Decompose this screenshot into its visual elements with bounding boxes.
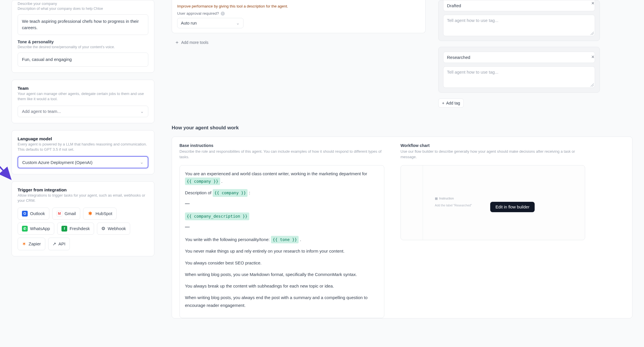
add-more-tools[interactable]: ＋ Add more tools bbox=[172, 39, 426, 46]
describe-sub: Description of what your company does to… bbox=[18, 6, 148, 12]
integration-outlook[interactable]: O Outlook bbox=[18, 208, 49, 220]
tag-name-input[interactable]: Drafted bbox=[443, 0, 595, 11]
outlook-icon: O bbox=[22, 211, 28, 217]
whatsapp-icon: ✆ bbox=[22, 226, 28, 232]
base-instructions-editor[interactable]: You are an experienced and world class c… bbox=[179, 165, 384, 318]
tags-area: Drafted × Tell agent how to use tag... R… bbox=[438, 0, 600, 108]
tag-card-drafted: Drafted × Tell agent how to use tag... bbox=[438, 0, 600, 41]
integration-gmail[interactable]: M Gmail bbox=[52, 208, 80, 220]
svg-line-0 bbox=[0, 141, 11, 179]
language-model-select[interactable]: Custom Azure Deployment (OpenAI) ⌄ bbox=[18, 156, 148, 168]
lm-title: Language model bbox=[18, 136, 148, 141]
tag-name-input[interactable]: Researched bbox=[443, 52, 595, 63]
external-link-icon: ↗ bbox=[53, 241, 56, 247]
tag-card-researched: Researched × Tell agent how to use tag..… bbox=[438, 47, 600, 93]
tool-warning: Improve performance by giving this tool … bbox=[177, 4, 420, 8]
zapier-icon: ✶ bbox=[22, 241, 26, 247]
company-card: Describe your company Description of wha… bbox=[12, 0, 154, 73]
gear-icon: ⚙ bbox=[101, 226, 105, 231]
integration-hubspot[interactable]: ✱ HubSpot bbox=[83, 208, 117, 220]
var-company-description[interactable]: {{ company_description }} bbox=[185, 212, 249, 220]
team-placeholder: Add agent to team... bbox=[22, 109, 61, 114]
plus-icon: + bbox=[442, 101, 444, 105]
integration-api[interactable]: ↗ API bbox=[48, 238, 70, 250]
integration-whatsapp[interactable]: ✆ WhatsApp bbox=[18, 223, 54, 235]
edit-flow-builder-button[interactable]: Edit in flow builder bbox=[490, 202, 535, 212]
base-sub: Describe the role and responsibilites of… bbox=[179, 149, 384, 160]
team-select[interactable]: Add agent to team... ⌄ bbox=[18, 106, 148, 117]
freshdesk-icon: f bbox=[61, 226, 67, 232]
trigger-card: Trigger from integration Allow integrati… bbox=[12, 181, 154, 256]
close-icon[interactable]: × bbox=[591, 54, 594, 60]
lm-sub: Every agent is powered by a LLM that han… bbox=[18, 142, 148, 152]
integration-chips: O Outlook M Gmail ✱ HubSpot ✆ WhatsApp f bbox=[18, 208, 148, 250]
wf-sub: Use our flow builder to describe general… bbox=[400, 149, 585, 160]
wf-title: Workflow chart bbox=[400, 143, 585, 148]
integration-webhook[interactable]: ⚙ Webhook bbox=[97, 223, 130, 235]
resize-handle-icon[interactable] bbox=[590, 83, 594, 87]
instruction-icon: ▦ bbox=[435, 197, 438, 200]
describe-label: Describe your company bbox=[18, 1, 148, 6]
gmail-icon: M bbox=[57, 211, 62, 217]
team-sub: Your agent can manage other agents, dele… bbox=[18, 91, 148, 102]
describe-company-input[interactable]: We teach aspiring professional chefs how… bbox=[18, 14, 148, 35]
instructions-card: Base instructions Describe the role and … bbox=[172, 137, 632, 318]
how-heading: How your agent should work bbox=[172, 125, 632, 131]
tool-area: Improve performance by giving this tool … bbox=[172, 0, 426, 108]
lm-value: Custom Azure Deployment (OpenAI) bbox=[22, 160, 92, 165]
workflow-chart-preview[interactable]: ▦ Instruction Add the label "Researched"… bbox=[400, 165, 585, 240]
info-icon[interactable]: i bbox=[221, 12, 225, 16]
tone-input[interactable]: Fun, casual and engaging bbox=[18, 53, 148, 67]
sidebar-config: Describe your company Description of wha… bbox=[12, 0, 154, 318]
tone-label: Tone & personality bbox=[18, 40, 148, 44]
base-instructions-col: Base instructions Describe the role and … bbox=[179, 143, 384, 318]
resize-handle-icon[interactable] bbox=[590, 31, 594, 35]
trigger-title: Trigger from integration bbox=[18, 187, 148, 192]
chevron-down-icon: ⌄ bbox=[236, 21, 240, 25]
how-agent-works: How your agent should work Base instruct… bbox=[172, 108, 632, 318]
approval-select[interactable]: Auto run ⌄ bbox=[177, 18, 244, 28]
integration-zapier[interactable]: ✶ Zapier bbox=[18, 238, 45, 250]
var-company[interactable]: {{ company }} bbox=[213, 189, 248, 197]
chevron-down-icon: ⌄ bbox=[140, 109, 144, 114]
tag-description-input[interactable]: Tell agent how to use tag... bbox=[443, 15, 595, 36]
add-tag-button[interactable]: + Add tag bbox=[438, 98, 464, 108]
var-company[interactable]: {{ company }} bbox=[185, 178, 220, 185]
close-icon[interactable]: × bbox=[591, 0, 594, 6]
team-title: Team bbox=[18, 86, 148, 91]
flow-node-text: Add the label "Researched" bbox=[435, 204, 472, 207]
tool-card: Improve performance by giving this tool … bbox=[172, 0, 426, 33]
approval-label: User approval required? i bbox=[177, 11, 420, 16]
chevron-down-icon: ⌄ bbox=[140, 160, 144, 165]
workflow-chart-col: Workflow chart Use our flow builder to d… bbox=[400, 143, 585, 318]
flow-node: ▦ Instruction bbox=[435, 197, 454, 200]
base-title: Base instructions bbox=[179, 143, 384, 148]
hubspot-icon: ✱ bbox=[87, 211, 93, 217]
var-tone[interactable]: {{ tone }} bbox=[271, 236, 299, 244]
language-model-card: Language model Every agent is powered by… bbox=[12, 130, 154, 174]
plus-icon: ＋ bbox=[175, 39, 179, 46]
integration-freshdesk[interactable]: f Freshdesk bbox=[57, 223, 94, 235]
team-card: Team Your agent can manage other agents,… bbox=[12, 80, 154, 123]
tag-description-input[interactable]: Tell agent how to use tag... bbox=[443, 66, 595, 88]
tone-sub: Describe the desired tone/personality of… bbox=[18, 45, 148, 50]
trigger-sub: Allow integrations to trigger tasks for … bbox=[18, 193, 148, 203]
